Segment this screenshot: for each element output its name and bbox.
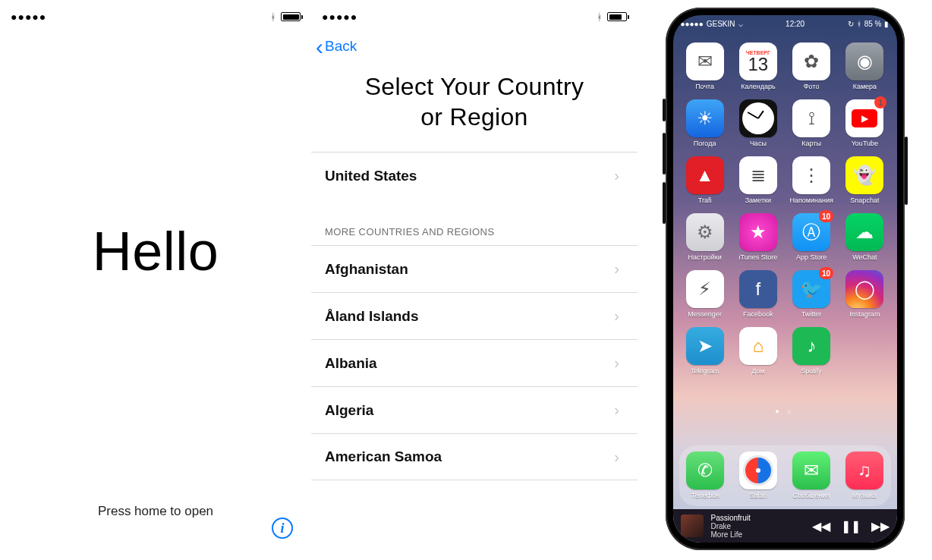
side-button bbox=[663, 99, 666, 121]
safari-icon bbox=[739, 451, 777, 489]
app-label: iTunes Store bbox=[739, 253, 778, 261]
hello-greeting: Hello bbox=[0, 220, 311, 282]
app-label: Snapchat bbox=[850, 197, 879, 204]
chevron-right-icon: › bbox=[614, 448, 619, 466]
now-playing-bar[interactable]: Passionfruit Drake More Life ◀◀ ❚❚ ▶▶ bbox=[673, 509, 897, 543]
app-label: Почта bbox=[695, 83, 714, 90]
app-label: Spotify bbox=[801, 367, 822, 375]
country-row[interactable]: American Samoa› bbox=[311, 433, 638, 480]
battery-icon bbox=[281, 12, 301, 21]
spotify-icon: ♪ bbox=[792, 327, 830, 365]
now-playing-meta: Passionfruit Drake More Life bbox=[711, 514, 751, 539]
wifi-icon: ⌵ bbox=[738, 20, 743, 28]
app-snapchat[interactable]: 👻Snapchat bbox=[841, 156, 888, 204]
app-calendar[interactable]: ЧЕТВЕРГ13Календарь bbox=[735, 42, 782, 90]
phone-icon: ✆ bbox=[686, 451, 724, 489]
chevron-right-icon: › bbox=[614, 401, 619, 419]
chevron-left-icon: ‹ bbox=[316, 41, 323, 52]
clock-label: 12:20 bbox=[786, 20, 804, 28]
app-label: Safari bbox=[749, 492, 767, 499]
wechat-icon: ☁︎ bbox=[845, 213, 883, 251]
app-label: Сообщения bbox=[792, 492, 830, 499]
weather-icon: ☀︎ bbox=[686, 99, 724, 137]
status-bar: ●●●●● ᚼ bbox=[311, 0, 638, 33]
track-album: More Life bbox=[711, 530, 751, 539]
setup-hello-screen: ●●●●● ᚼ Hello Press home to open i bbox=[0, 0, 311, 560]
app-music[interactable]: ♫Музыка bbox=[841, 451, 888, 499]
badge: 1 bbox=[874, 96, 886, 109]
phone-frame: ●●●●● GESKIN ⌵ 12:20 ↻ ᚼ 85 % ▮ ✉︎ПочтаЧ… bbox=[666, 8, 905, 550]
app-twitter[interactable]: 🐦10Twitter bbox=[788, 270, 835, 318]
app-notes[interactable]: ≣Заметки bbox=[735, 156, 782, 204]
app-messenger[interactable]: ⚡︎Messenger bbox=[682, 270, 729, 318]
bluetooth-icon: ᚼ bbox=[270, 11, 276, 23]
app-label: YouTube bbox=[852, 140, 878, 147]
country-row[interactable]: Albania› bbox=[311, 339, 638, 386]
app-trafi[interactable]: ▲Trafi bbox=[682, 156, 729, 204]
track-artist: Drake bbox=[711, 522, 751, 530]
app-settings[interactable]: ⚙︎Настройки bbox=[682, 213, 729, 261]
next-track-icon[interactable]: ▶▶ bbox=[871, 519, 889, 533]
app-phone[interactable]: ✆Телефон bbox=[682, 451, 729, 499]
carrier-label: GESKIN bbox=[707, 20, 735, 28]
mail-icon: ✉︎ bbox=[686, 42, 724, 80]
app-grid: ✉︎ПочтаЧЕТВЕРГ13Календарь✿Фото◉Камера☀︎П… bbox=[681, 42, 889, 375]
bluetooth-icon: ᚼ bbox=[857, 20, 861, 28]
country-label: Åland Islands bbox=[325, 308, 419, 325]
track-title: Passionfruit bbox=[711, 514, 751, 522]
app-safari[interactable]: Safari bbox=[735, 451, 782, 499]
app-label: Календарь bbox=[741, 83, 775, 90]
info-icon[interactable]: i bbox=[272, 518, 293, 539]
app-appstore[interactable]: Ⓐ10App Store bbox=[788, 213, 835, 261]
app-label: Instagram bbox=[849, 310, 880, 318]
country-row[interactable]: Algeria› bbox=[311, 386, 638, 433]
youtube-icon: ▶1 bbox=[845, 99, 883, 137]
chevron-right-icon: › bbox=[614, 167, 619, 184]
settings-icon: ⚙︎ bbox=[686, 213, 724, 251]
app-label: Часы bbox=[750, 140, 767, 147]
pause-icon[interactable]: ❚❚ bbox=[841, 519, 861, 533]
app-telegram[interactable]: ➤Telegram bbox=[682, 327, 729, 375]
snapchat-icon: 👻 bbox=[845, 156, 883, 194]
app-messages[interactable]: ✉︎Сообщения bbox=[788, 451, 835, 499]
app-photos[interactable]: ✿Фото bbox=[788, 42, 835, 90]
app-label: Настройки bbox=[688, 253, 722, 261]
app-wechat[interactable]: ☁︎WeChat bbox=[841, 213, 888, 261]
signal-dots-icon: ●●●●● bbox=[322, 11, 357, 23]
app-weather[interactable]: ☀︎Погода bbox=[682, 99, 729, 147]
app-label: Напоминания bbox=[789, 197, 833, 204]
country-row[interactable]: Afghanistan› bbox=[311, 245, 638, 292]
music-icon: ♫ bbox=[845, 451, 883, 489]
messages-icon: ✉︎ bbox=[792, 451, 830, 489]
app-spotify[interactable]: ♪Spotify bbox=[788, 327, 835, 375]
camera-icon: ◉ bbox=[845, 42, 883, 80]
app-home[interactable]: ⌂Дом bbox=[735, 327, 782, 375]
facebook-icon: f bbox=[739, 270, 777, 308]
album-art bbox=[681, 514, 704, 537]
country-row[interactable]: Åland Islands› bbox=[311, 292, 638, 339]
app-label: Telegram bbox=[691, 367, 719, 375]
app-label: WeChat bbox=[852, 253, 877, 261]
app-mail[interactable]: ✉︎Почта bbox=[682, 42, 729, 90]
signal-dots-icon: ●●●●● bbox=[11, 11, 46, 23]
badge: 10 bbox=[819, 210, 833, 222]
app-instagram[interactable]: ◯Instagram bbox=[841, 270, 888, 318]
notes-icon: ≣ bbox=[739, 156, 777, 194]
country-row-primary[interactable]: United States › bbox=[311, 152, 638, 199]
appstore-icon: Ⓐ10 bbox=[792, 213, 830, 251]
app-itunes[interactable]: ★iTunes Store bbox=[735, 213, 782, 261]
chevron-right-icon: › bbox=[614, 260, 619, 278]
app-facebook[interactable]: fFacebook bbox=[735, 270, 782, 318]
app-clock[interactable]: Часы bbox=[735, 99, 782, 147]
page-indicator[interactable]: ● ○ bbox=[673, 407, 897, 415]
app-maps[interactable]: ⟟Карты bbox=[788, 99, 835, 147]
back-button[interactable]: ‹ Back bbox=[311, 33, 638, 62]
photos-icon: ✿ bbox=[792, 42, 830, 80]
country-label: United States bbox=[325, 168, 417, 184]
app-reminders[interactable]: ⋮Напоминания bbox=[788, 156, 835, 204]
app-youtube[interactable]: ▶1YouTube bbox=[841, 99, 888, 147]
prev-track-icon[interactable]: ◀◀ bbox=[812, 519, 830, 533]
app-camera[interactable]: ◉Камера bbox=[841, 42, 888, 90]
battery-icon: ▮ bbox=[884, 20, 889, 28]
battery-icon bbox=[607, 12, 627, 21]
